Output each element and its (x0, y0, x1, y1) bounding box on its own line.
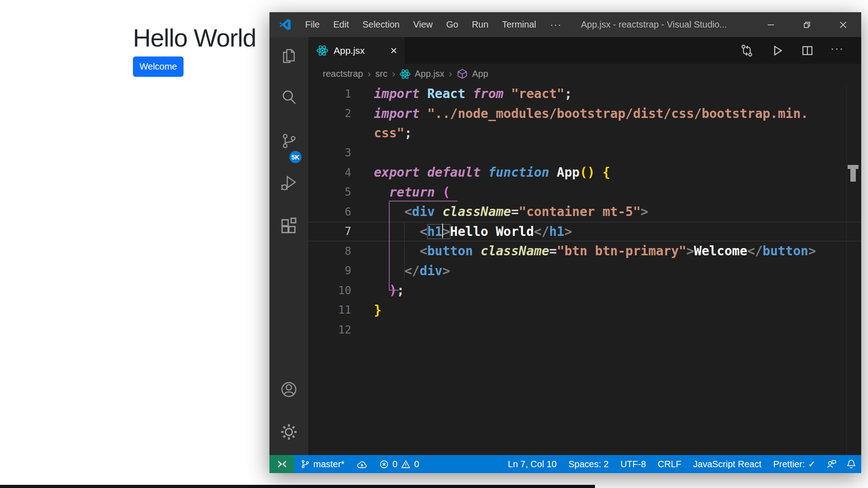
code-row[interactable]: 7 <h1>Hello World</h1> (308, 222, 861, 242)
language-mode-status[interactable]: JavaScript React (687, 455, 767, 473)
line-number: 8 (308, 245, 351, 258)
tab-appjsx[interactable]: App.jsx (308, 37, 405, 64)
settings-gear-icon[interactable] (280, 423, 298, 441)
encoding-status[interactable]: UTF-8 (614, 455, 652, 473)
code-row[interactable]: 6 <div className="container mt-5"> (308, 202, 861, 222)
error-count: 0 (392, 459, 397, 469)
sync-changes[interactable] (350, 455, 373, 473)
branch-icon (300, 459, 310, 469)
text-cursor (442, 224, 443, 238)
prettier-status[interactable]: Prettier: ✓ (767, 455, 821, 473)
line-number: 4 (308, 166, 351, 179)
code-text: import React from "react"; (374, 86, 572, 101)
breadcrumb-file[interactable]: App.jsx (415, 69, 444, 79)
line-number: 1 (308, 88, 351, 100)
line-number: 10 (308, 284, 351, 297)
line-number: 12 (308, 324, 351, 336)
code-row[interactable]: css"; (308, 123, 861, 143)
source-control-icon[interactable] (280, 132, 298, 150)
indent-guide (404, 222, 405, 281)
search-icon[interactable] (280, 88, 298, 106)
taskbar-edge-strip (0, 485, 595, 488)
code-row[interactable]: 2import "../node_modules/bootstrap/dist/… (308, 104, 861, 124)
indent-status[interactable]: Spaces: 2 (562, 455, 614, 473)
line-number: 11 (308, 304, 351, 316)
minimap-mark (848, 165, 859, 169)
menu-terminal[interactable]: Terminal (495, 19, 543, 30)
bracket-guide (389, 201, 458, 202)
line-number: 9 (308, 264, 351, 277)
code-row[interactable]: 8 <button className="btn btn-primary">We… (308, 241, 861, 261)
breadcrumb: reactstrap › src › App.jsx › App (308, 64, 861, 84)
run-icon[interactable] (770, 43, 784, 58)
line-number: 5 (308, 186, 351, 198)
code-row[interactable]: 4export default function App() { (308, 163, 861, 183)
split-editor-icon[interactable] (801, 44, 814, 57)
line-number: 2 (308, 107, 351, 120)
warning-count: 0 (414, 459, 419, 469)
line-col-status[interactable]: Ln 7, Col 10 (502, 455, 562, 473)
eol-status[interactable]: CRLF (652, 455, 687, 473)
menu-view[interactable]: View (406, 19, 439, 30)
tab-close-icon[interactable] (389, 46, 398, 55)
menu-edit[interactable]: Edit (326, 19, 355, 30)
open-changes-icon[interactable] (740, 44, 754, 57)
menu-more-icon[interactable]: ··· (543, 19, 569, 30)
breadcrumb-symbol[interactable]: App (472, 69, 488, 79)
breadcrumb-project[interactable]: reactstrap (323, 69, 363, 79)
minimap-mark (850, 169, 856, 182)
menu-go[interactable]: Go (439, 19, 465, 30)
page-heading: Hello World (133, 23, 256, 52)
remote-indicator[interactable] (269, 455, 294, 473)
code-text: import "../node_modules/bootstrap/dist/c… (374, 106, 808, 121)
code-text: <button className="btn btn-primary">Welc… (374, 244, 816, 258)
code-text: export default function App() { (374, 165, 610, 180)
vscode-window: File Edit Selection View Go Run Terminal… (269, 12, 861, 473)
notifications-bell-icon[interactable] (841, 455, 861, 473)
code-lines: 1import React from "react";2import "../n… (308, 84, 861, 340)
code-row[interactable]: 12 (308, 320, 861, 340)
warning-icon (401, 459, 411, 469)
code-row[interactable]: 11} (308, 300, 861, 320)
activity-bar: 5K (269, 37, 308, 455)
menu-run[interactable]: Run (465, 19, 495, 30)
code-editor[interactable]: 1import React from "react";2import "../n… (308, 84, 861, 455)
bracket-guide (389, 290, 399, 291)
code-text: return ( (374, 185, 450, 200)
feedback-icon[interactable] (821, 455, 841, 473)
code-row[interactable]: 9 </div> (308, 261, 861, 281)
chevron-right-icon: › (392, 68, 396, 80)
account-icon[interactable] (280, 380, 298, 399)
code-text: } (374, 303, 382, 318)
more-actions-icon[interactable]: ··· (830, 46, 844, 55)
tab-bar: App.jsx ··· (308, 37, 861, 64)
branch-name: master* (313, 459, 344, 469)
minimize-icon[interactable] (753, 12, 789, 37)
run-debug-icon[interactable] (280, 174, 298, 192)
explorer-icon[interactable] (280, 47, 298, 65)
close-icon[interactable] (825, 12, 861, 37)
symbol-cube-icon (457, 68, 468, 80)
bracket-guide (389, 202, 390, 291)
git-branch-status[interactable]: master* (294, 455, 350, 473)
chevron-right-icon: › (448, 68, 453, 80)
code-row[interactable]: 5 return ( (308, 183, 861, 202)
source-control-badge: 5K (289, 151, 302, 163)
menu-file[interactable]: File (298, 19, 326, 30)
restore-icon[interactable] (789, 12, 825, 37)
check-icon: ✓ (808, 459, 816, 469)
line-number: 7 (308, 225, 351, 238)
menu-selection[interactable]: Selection (356, 19, 406, 30)
status-bar: master* 0 0 Ln 7, Col 10 Spa (269, 455, 861, 473)
extensions-icon[interactable] (280, 216, 298, 234)
code-row[interactable]: 3 (308, 143, 861, 163)
problems-status[interactable]: 0 0 (373, 455, 425, 473)
vscode-logo-icon (279, 19, 291, 31)
editor-actions: ··· (740, 37, 861, 64)
chevron-right-icon: › (367, 68, 371, 80)
code-row[interactable]: 1import React from "react"; (308, 84, 861, 104)
welcome-button[interactable]: Welcome (133, 56, 184, 77)
code-text: <div className="container mt-5"> (374, 204, 648, 219)
breadcrumb-src[interactable]: src (375, 69, 387, 79)
error-icon (379, 459, 389, 469)
